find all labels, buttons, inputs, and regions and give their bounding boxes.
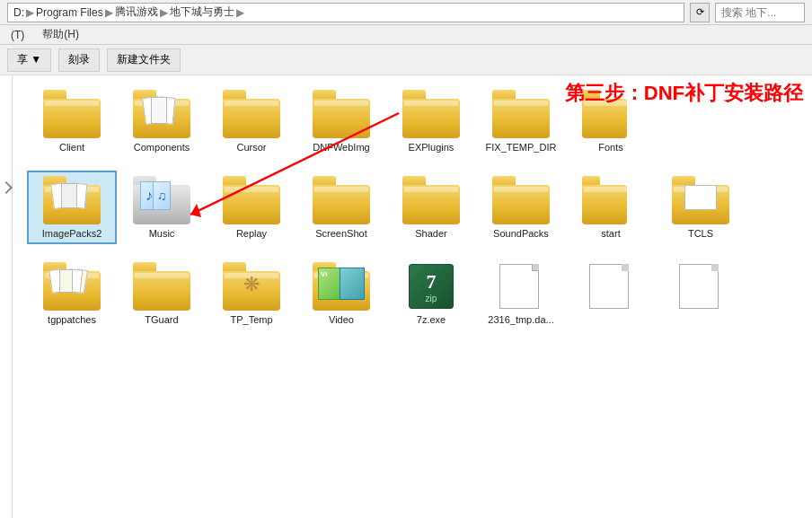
folder-tptemp-label: TP_Temp: [230, 314, 272, 325]
folder-imagepacks2-icon: [43, 176, 101, 224]
folder-tcls-label: TCLS: [688, 228, 713, 239]
path-tencent: 腾讯游戏: [115, 4, 158, 20]
folder-components-icon: [133, 90, 190, 138]
folder-start[interactable]: start: [566, 171, 656, 244]
folder-fonts-label: Fonts: [598, 142, 623, 153]
folder-tguard-icon: [133, 262, 190, 311]
share-button[interactable]: 享 ▼: [7, 48, 51, 72]
file-doc1-icon: [586, 262, 636, 311]
folder-soundpacks-label: SoundPacks: [493, 228, 549, 239]
folder-replay-icon: [223, 176, 280, 224]
folder-client-icon: [43, 90, 101, 138]
file-7z-label: 7z.exe: [417, 314, 446, 325]
folder-client[interactable]: Client: [27, 84, 117, 158]
search-input[interactable]: [715, 3, 805, 22]
folder-music-label: Music: [149, 228, 175, 239]
folder-replay[interactable]: Replay: [207, 171, 296, 244]
folder-soundpacks[interactable]: SoundPacks: [476, 171, 566, 244]
folder-video-label: Video: [329, 314, 354, 325]
burn-button[interactable]: 刻录: [58, 48, 100, 72]
folder-dnfwebimg-icon: [313, 90, 370, 138]
folder-fixtempdir[interactable]: FIX_TEMP_DIR: [476, 84, 566, 158]
folder-cursor-label: Cursor: [236, 142, 266, 153]
folder-imagepacks2[interactable]: ImagePacks2: [27, 171, 117, 244]
folder-dnfwebimg-label: DNFWebImg: [313, 142, 369, 153]
folder-explugins-icon: [402, 90, 460, 138]
folder-music[interactable]: ♪ ♫ Music: [117, 171, 207, 244]
folder-soundpacks-icon: [492, 176, 550, 224]
file-doc2[interactable]: [656, 257, 746, 330]
folder-fixtempdir-icon: [492, 90, 550, 138]
folder-explugins[interactable]: EXPlugins: [386, 84, 476, 158]
folder-tgppatches[interactable]: tgppatches: [27, 257, 117, 330]
folder-shader[interactable]: Shader: [386, 171, 476, 244]
folder-cursor-icon: [223, 90, 280, 138]
file-grid-container[interactable]: 第三步：DNF补丁安装路径 Client: [13, 75, 812, 518]
left-sidebar: [0, 75, 13, 518]
folder-tcls[interactable]: TCLS: [656, 171, 746, 244]
menu-bar: (T) 帮助(H): [0, 25, 812, 45]
folder-tguard-label: TGuard: [145, 314, 178, 325]
folder-tgppatches-label: tgppatches: [48, 314, 96, 325]
file-2316-icon: [496, 262, 546, 311]
file-2316-label: 2316_tmp.da...: [488, 314, 553, 325]
folder-fixtempdir-label: FIX_TEMP_DIR: [486, 142, 557, 153]
folder-start-label: start: [601, 228, 620, 239]
folder-components-label: Components: [134, 142, 190, 153]
file-2316[interactable]: 2316_tmp.da...: [476, 257, 566, 330]
menu-item-help[interactable]: 帮助(H): [39, 26, 83, 43]
menu-item-t[interactable]: (T): [7, 28, 28, 42]
sidebar-expand-icon: [0, 181, 13, 194]
folder-screenshot[interactable]: ScreenShot: [296, 171, 386, 244]
folder-imagepacks2-label: ImagePacks2: [42, 228, 102, 239]
folder-fonts-icon: [582, 90, 640, 138]
file-doc1[interactable]: [566, 257, 656, 330]
folder-tguard[interactable]: TGuard: [117, 257, 207, 330]
folder-shader-icon: [402, 176, 460, 224]
file-7z[interactable]: 7 zip 7z.exe: [386, 257, 476, 330]
folder-music-icon: ♪ ♫: [133, 176, 190, 224]
folder-tcls-icon: [672, 176, 729, 224]
folder-screenshot-icon: [313, 176, 370, 224]
toolbar: 享 ▼ 刻录 新建文件夹: [0, 45, 812, 75]
folder-screenshot-label: ScreenShot: [315, 228, 366, 239]
new-folder-button[interactable]: 新建文件夹: [107, 48, 181, 72]
folder-dnfwebimg[interactable]: DNFWebImg: [296, 84, 386, 158]
folder-replay-label: Replay: [236, 228, 267, 239]
folder-tgppatches-icon: [43, 262, 101, 311]
folder-shader-label: Shader: [415, 228, 446, 239]
folder-explugins-label: EXPlugins: [409, 142, 455, 153]
folder-components[interactable]: Components: [117, 84, 207, 158]
folder-tptemp[interactable]: ❋ TP_Temp: [207, 257, 296, 330]
address-path[interactable]: D: ▶ Program Files ▶ 腾讯游戏 ▶ 地下城与勇士 ▶: [7, 3, 684, 22]
file-doc2-icon: [675, 262, 726, 311]
file-7z-icon: 7 zip: [406, 262, 456, 311]
folder-cursor[interactable]: Cursor: [207, 84, 296, 158]
main-area: 第三步：DNF补丁安装路径 Client: [0, 75, 812, 518]
folder-tptemp-icon: ❋: [223, 262, 280, 311]
folder-client-label: Client: [59, 142, 84, 153]
path-programfiles: Program Files: [36, 6, 103, 19]
folder-video-icon: VI: [313, 262, 370, 311]
file-grid: Client Components: [27, 84, 798, 330]
path-d: D:: [13, 6, 24, 19]
path-game: 地下城与勇士: [170, 4, 234, 20]
address-bar: D: ▶ Program Files ▶ 腾讯游戏 ▶ 地下城与勇士 ▶ ⟳: [0, 0, 812, 25]
folder-start-icon: [582, 176, 640, 224]
folder-video[interactable]: VI Video: [296, 257, 386, 330]
refresh-button[interactable]: ⟳: [690, 3, 710, 22]
folder-fonts[interactable]: Fonts: [566, 84, 656, 158]
